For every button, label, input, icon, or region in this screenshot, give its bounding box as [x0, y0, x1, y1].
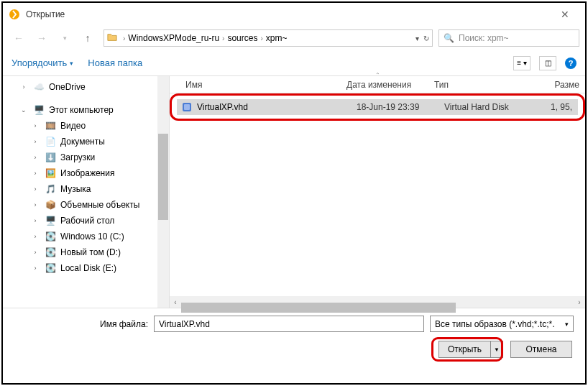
file-date: 18-Jun-19 23:39	[357, 102, 444, 112]
help-icon[interactable]: ?	[565, 58, 576, 69]
collapse-icon[interactable]: ⌄	[20, 106, 27, 114]
column-headers[interactable]: ⌃ Имя Дата изменения Тип Разме	[170, 76, 585, 93]
breadcrumb-3[interactable]: xpm~	[266, 33, 288, 43]
tree-drive-d[interactable]: ›💽Новый том (D:)	[3, 244, 169, 260]
open-dropdown[interactable]: ▼	[491, 341, 502, 357]
tree-drive-c[interactable]: ›💽Windows 10 (C:)	[3, 229, 169, 244]
sort-indicator-icon: ⌃	[170, 72, 585, 78]
app-icon	[9, 9, 20, 20]
file-row-selected[interactable]: VirtualXP.vhd 18-Jun-19 23:39 Virtual Ha…	[177, 99, 578, 115]
music-icon: 🎵	[45, 183, 56, 195]
video-icon: 🎞️	[45, 120, 56, 132]
documents-icon: 📄	[45, 136, 56, 147]
forward-button[interactable]: →	[32, 29, 52, 47]
nav-tree: ›☁️OneDrive ⌄🖥️Этот компьютер ›🎞️Видео ›…	[3, 76, 170, 308]
footer: Имя файла: Все типы образов (*.vhd;*.tc;…	[3, 308, 585, 367]
desktop-icon: 🖥️	[45, 215, 56, 226]
search-input[interactable]: 🔍 Поиск: xpm~	[438, 29, 579, 47]
chevron-right-icon: ›	[123, 35, 125, 42]
col-name[interactable]: Имя	[170, 80, 346, 90]
breadcrumb-1[interactable]: WindowsXPMode_ru-ru	[128, 33, 219, 43]
drive-icon: 💽	[45, 231, 56, 242]
open-button[interactable]: Открыть ▼	[438, 341, 503, 358]
cube-icon: 📦	[45, 199, 56, 211]
file-list: ⌃ Имя Дата изменения Тип Разме VirtualXP…	[170, 76, 585, 308]
address-dropdown[interactable]: ▾ ↻	[415, 35, 429, 42]
search-placeholder: Поиск: xpm~	[459, 33, 509, 43]
svg-rect-2	[184, 104, 190, 110]
col-date[interactable]: Дата изменения	[346, 80, 434, 90]
expand-icon[interactable]: ›	[20, 83, 27, 91]
drive-icon: 💽	[45, 247, 56, 258]
back-button[interactable]: ←	[9, 29, 29, 47]
nav-bar: ← → ▾ ↑ › WindowsXPMode_ru-ru › sources …	[3, 26, 585, 50]
view-mode-button[interactable]: ≡ ▾	[513, 56, 530, 70]
cancel-button[interactable]: Отмена	[510, 341, 572, 358]
chevron-down-icon: ▾	[565, 321, 569, 328]
breadcrumb-2[interactable]: sources	[227, 33, 257, 43]
svg-point-0	[9, 9, 19, 19]
chevron-right-icon: ›	[260, 35, 262, 42]
content-hscrollbar[interactable]: ‹ ›	[170, 296, 585, 308]
tree-images[interactable]: ›🖼️Изображения	[3, 165, 169, 181]
tree-documents[interactable]: ›📄Документы	[3, 134, 169, 150]
chevron-down-icon: ▾	[70, 60, 73, 67]
new-folder-button[interactable]: Новая папка	[88, 58, 142, 68]
tree-onedrive[interactable]: ›☁️OneDrive	[3, 79, 169, 95]
cloud-icon: ☁️	[33, 81, 45, 93]
folder-icon	[107, 32, 117, 45]
scroll-left-icon[interactable]: ‹	[170, 298, 181, 306]
tree-desktop[interactable]: ›🖥️Рабочий стол	[3, 213, 169, 229]
filetype-dropdown[interactable]: Все типы образов (*.vhd;*.tc;*. ▾	[430, 316, 574, 332]
organize-button[interactable]: Упорядочить ▾	[12, 58, 73, 68]
tree-video[interactable]: ›🎞️Видео	[3, 118, 169, 134]
window-title: Открытие	[26, 9, 65, 19]
filename-input[interactable]	[154, 316, 424, 332]
col-type[interactable]: Тип	[434, 80, 522, 90]
chevron-right-icon: ›	[222, 35, 224, 42]
close-icon[interactable]: ✕	[551, 9, 579, 20]
col-size[interactable]: Разме	[522, 80, 585, 90]
recent-dropdown[interactable]: ▾	[55, 29, 75, 47]
search-icon: 🔍	[444, 33, 454, 43]
filename-label: Имя файла:	[14, 319, 148, 329]
scroll-right-icon[interactable]: ›	[574, 298, 585, 306]
preview-pane-button[interactable]: ◫	[539, 56, 556, 70]
tree-downloads[interactable]: ›⬇️Загрузки	[3, 150, 169, 165]
file-name: VirtualXP.vhd	[197, 102, 357, 112]
tree-drive-e[interactable]: ›💽Local Disk (E:)	[3, 260, 169, 276]
file-type: Virtual Hard Disk	[444, 102, 532, 112]
tree-thispc[interactable]: ⌄🖥️Этот компьютер	[3, 102, 169, 118]
up-button[interactable]: ↑	[78, 29, 98, 47]
vhd-icon	[181, 101, 193, 113]
drive-icon: 💽	[45, 262, 56, 274]
tree-music[interactable]: ›🎵Музыка	[3, 181, 169, 197]
tree-3dobjects[interactable]: ›📦Объемные объекты	[3, 197, 169, 213]
file-size: 1, 95,	[532, 102, 578, 112]
downloads-icon: ⬇️	[45, 152, 56, 163]
pc-icon: 🖥️	[33, 104, 45, 116]
address-bar[interactable]: › WindowsXPMode_ru-ru › sources › xpm~ ▾…	[104, 29, 433, 47]
sidebar-scrollbar[interactable]	[157, 76, 169, 308]
titlebar: Открытие ✕	[3, 3, 585, 26]
images-icon: 🖼️	[45, 167, 56, 179]
